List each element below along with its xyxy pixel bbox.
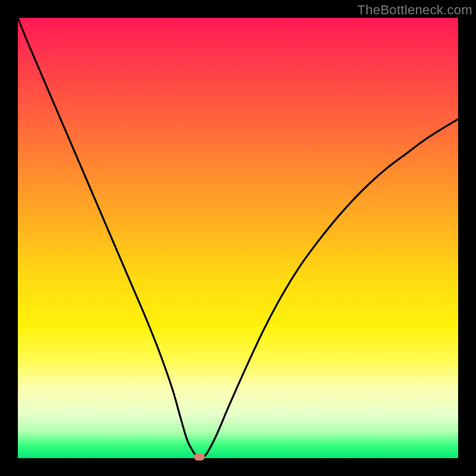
watermark-text: TheBottleneck.com bbox=[358, 2, 472, 18]
bottleneck-curve bbox=[18, 18, 458, 458]
plot-area bbox=[18, 18, 458, 458]
optimal-marker bbox=[194, 453, 205, 461]
curve-svg bbox=[18, 18, 458, 458]
chart-frame: TheBottleneck.com bbox=[0, 0, 476, 476]
